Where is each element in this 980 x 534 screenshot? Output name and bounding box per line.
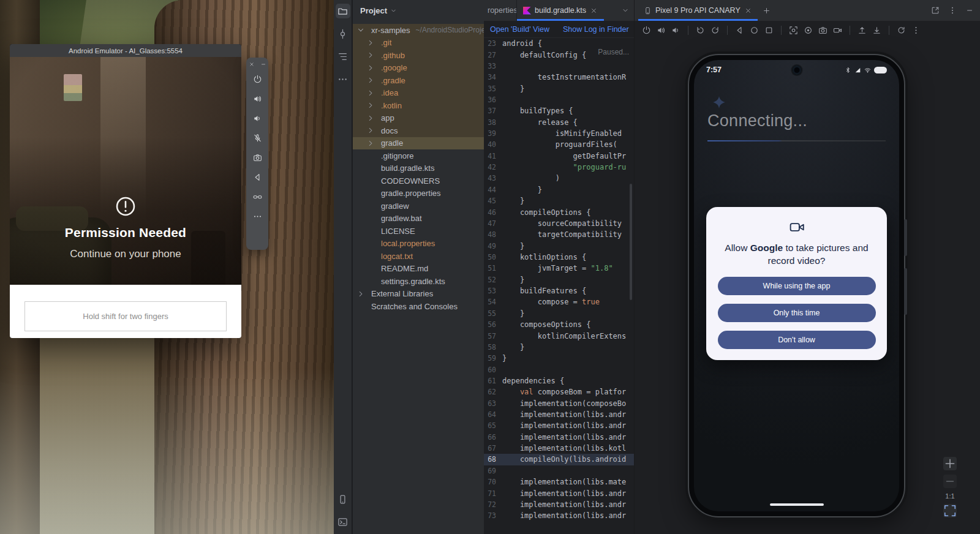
- commit-icon[interactable]: [336, 26, 350, 41]
- add-device-tab-icon[interactable]: [763, 7, 771, 15]
- snapshot-icon[interactable]: [897, 26, 906, 35]
- chevron-right-icon[interactable]: [366, 64, 375, 72]
- more-vertical-icon[interactable]: [911, 26, 921, 35]
- emulator-window-title: Android Emulator - AI_Glasses:5554: [10, 44, 241, 57]
- home-icon[interactable]: [750, 26, 759, 35]
- tree-item[interactable]: gradle.properties: [353, 187, 484, 200]
- zoom-in-button[interactable]: [943, 457, 957, 470]
- code-line: 57kotlinCompilerExtens: [484, 330, 634, 341]
- more-horizontal-icon[interactable]: [253, 212, 262, 221]
- tree-item[interactable]: README.md: [353, 263, 484, 276]
- chevron-right-icon[interactable]: [366, 76, 375, 85]
- only-this-time-button[interactable]: Only this time: [718, 304, 876, 322]
- chevron-right-icon[interactable]: [366, 126, 375, 135]
- tree-item[interactable]: app: [353, 112, 484, 125]
- terminal-icon[interactable]: [336, 514, 350, 529]
- zoom-fit-button[interactable]: [943, 504, 957, 517]
- device-toolbar: [635, 21, 980, 39]
- close-tab-icon[interactable]: [744, 7, 752, 15]
- show-log-in-finder-link[interactable]: Show Log in Finder: [563, 25, 629, 34]
- tree-item[interactable]: xr-samples~/AndroidStudioProje: [353, 24, 484, 37]
- hide-icon[interactable]: [965, 6, 974, 15]
- tree-item[interactable]: External Libraries: [353, 288, 484, 301]
- chevron-right-icon[interactable]: [366, 51, 375, 59]
- tree-item[interactable]: .kotlin: [353, 99, 484, 112]
- tree-item[interactable]: .github: [353, 49, 484, 62]
- mic-off-icon[interactable]: [253, 134, 262, 143]
- code-line: 71implementation(libs.andr: [484, 487, 634, 498]
- volume-rocker: [904, 268, 907, 315]
- tree-item[interactable]: LICENSE: [353, 225, 484, 238]
- tree-item[interactable]: gradlew: [353, 200, 484, 212]
- screenshot-icon[interactable]: [789, 26, 798, 35]
- camera-icon[interactable]: [253, 153, 262, 162]
- power-icon[interactable]: [642, 26, 651, 35]
- tree-item[interactable]: .google: [353, 62, 484, 75]
- code-line: 67implementation(libs.kotl: [484, 443, 634, 454]
- tree-item[interactable]: logcat.txt: [353, 250, 484, 263]
- tab-gradle-properties[interactable]: roperties: [484, 0, 517, 21]
- device-screen[interactable]: 7:57 Connecting... Allow Google to take …: [694, 60, 899, 511]
- code-line: 38release {: [484, 117, 634, 128]
- close-tab-icon[interactable]: [590, 7, 598, 15]
- rotate-left-icon[interactable]: [696, 26, 705, 35]
- chevron-right-icon[interactable]: [366, 39, 375, 47]
- tree-item[interactable]: local.properties: [353, 238, 484, 250]
- emulator-toolbar: [246, 58, 268, 250]
- tree-item[interactable]: .gradle: [353, 74, 484, 87]
- tab-list-icon[interactable]: [622, 7, 629, 14]
- video-icon[interactable]: [833, 26, 842, 35]
- back-icon[interactable]: [735, 26, 744, 35]
- tree-item[interactable]: gradle: [353, 137, 484, 150]
- devices-icon[interactable]: [336, 492, 350, 506]
- tree-item[interactable]: .idea: [353, 87, 484, 100]
- chevron-right-icon[interactable]: [366, 114, 375, 122]
- tree-item[interactable]: build.gradle.kts: [353, 162, 484, 175]
- volume-down-icon[interactable]: [253, 114, 262, 123]
- tab-build-gradle-kts[interactable]: build.gradle.kts: [517, 0, 604, 21]
- power-icon[interactable]: [253, 75, 262, 84]
- tree-item[interactable]: .gitignore: [353, 149, 484, 162]
- open-in-window-icon[interactable]: [931, 6, 940, 15]
- zoom-controls: 1:1: [943, 457, 957, 517]
- glasses-icon[interactable]: [253, 192, 262, 201]
- more-vertical-icon[interactable]: [948, 6, 957, 15]
- tree-item[interactable]: gradlew.bat: [353, 212, 484, 225]
- download-icon[interactable]: [872, 26, 881, 35]
- volume-down-icon[interactable]: [671, 26, 680, 35]
- rotate-right-icon[interactable]: [710, 26, 720, 35]
- tree-item[interactable]: docs: [353, 124, 484, 137]
- signal-icon: [854, 67, 861, 73]
- more-horizontal-icon[interactable]: [336, 72, 350, 86]
- while-using-the-app-button[interactable]: While using the app: [718, 277, 876, 295]
- editor-scrollbar[interactable]: [630, 184, 632, 300]
- line-number: 66: [484, 433, 502, 442]
- volume-up-icon[interactable]: [253, 94, 262, 103]
- chevron-right-icon[interactable]: [356, 290, 365, 298]
- minimize-icon[interactable]: [260, 61, 266, 67]
- code-editor[interactable]: 23android {27defaultConfig {3334testInst…: [484, 38, 634, 534]
- chevron-right-icon[interactable]: [366, 139, 375, 148]
- zoom-out-button[interactable]: [943, 475, 957, 488]
- close-icon[interactable]: [249, 61, 255, 67]
- chevron-right-icon[interactable]: [366, 101, 375, 110]
- tree-item[interactable]: Scratches and Consoles: [353, 300, 484, 313]
- overview-icon[interactable]: [764, 26, 774, 35]
- back-icon[interactable]: [253, 173, 262, 182]
- don-t-allow-button[interactable]: Don't allow: [718, 331, 876, 349]
- tree-item[interactable]: settings.gradle.kts: [353, 275, 484, 288]
- line-number: 50: [484, 253, 502, 261]
- volume-up-icon[interactable]: [657, 26, 666, 35]
- chevron-down-icon[interactable]: [356, 26, 365, 34]
- structure-icon[interactable]: [336, 49, 350, 64]
- screen-record-icon[interactable]: [804, 26, 813, 35]
- chevron-right-icon[interactable]: [366, 89, 375, 97]
- project-folder-icon[interactable]: [336, 4, 350, 18]
- chevron-down-icon[interactable]: [390, 7, 397, 14]
- open-build-view-link[interactable]: Open 'Build' View: [490, 25, 549, 34]
- camera-icon[interactable]: [818, 26, 827, 35]
- device-tab-pixel-9-pro[interactable]: Pixel 9 Pro API CANARY: [638, 0, 758, 21]
- upload-icon[interactable]: [858, 26, 867, 35]
- tree-item[interactable]: .git: [353, 37, 484, 50]
- tree-item[interactable]: CODEOWNERS: [353, 175, 484, 187]
